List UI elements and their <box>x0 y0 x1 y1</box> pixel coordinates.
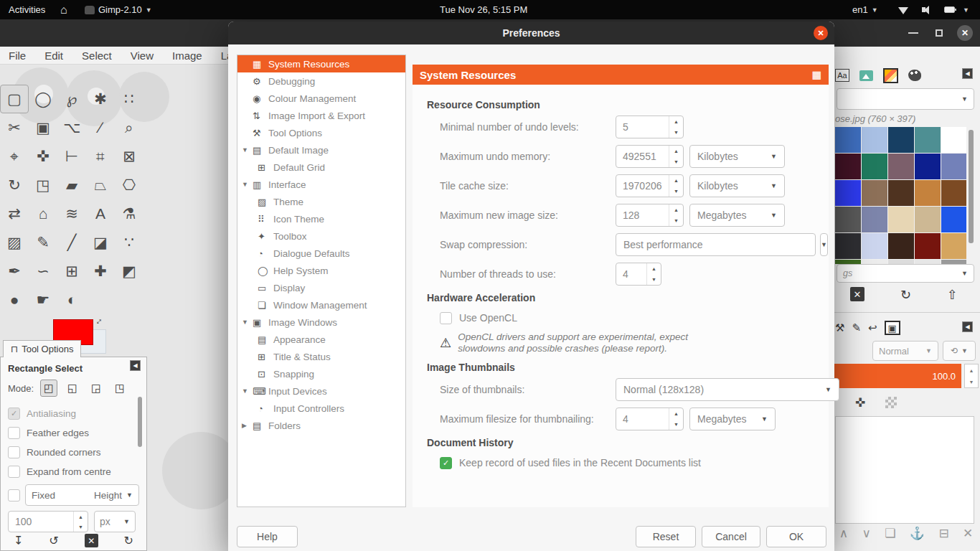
panel-menu-icon[interactable]: ◀ <box>962 68 973 79</box>
merge-layer-icon[interactable]: ⊟ <box>938 526 948 541</box>
tree-item-appearance[interactable]: ▤Appearance <box>237 331 405 348</box>
pattern-swatch[interactable] <box>835 207 861 232</box>
size-unit-dropdown[interactable]: px▼ <box>94 511 136 532</box>
fixed-checkbox[interactable] <box>8 489 20 501</box>
tool-presets-tab-icon[interactable]: ⚒ <box>835 321 844 334</box>
app-menu[interactable]: Gimp-2.10▼ <box>85 0 152 19</box>
tool-airbrush-icon[interactable]: ∵ <box>115 228 143 257</box>
delete-layer-icon[interactable]: ✕ <box>963 526 973 541</box>
layers-list[interactable] <box>835 416 974 524</box>
tree-item-help-system[interactable]: ◯Help System <box>237 262 405 279</box>
spin-down-icon[interactable]: ▼ <box>669 186 683 197</box>
raise-layer-icon[interactable]: ∧ <box>839 526 848 541</box>
tree-item-image-import-export[interactable]: ⇅Image Import & Export <box>237 107 405 124</box>
use-opencl-checkbox[interactable] <box>440 312 452 324</box>
menu-view[interactable]: View <box>131 50 154 62</box>
tool-measure-icon[interactable]: ⌖ <box>0 142 29 171</box>
thumbnail-size-dropdown[interactable]: Normal (128x128)▼ <box>616 378 839 401</box>
spin-down-icon[interactable]: ▼ <box>669 419 683 430</box>
threads-spinner[interactable]: 4 ▲▼ <box>616 263 661 286</box>
buffers-tab-icon[interactable] <box>859 70 873 81</box>
tree-item-title-status[interactable]: ⊞Title & Status <box>237 348 405 365</box>
menu-image[interactable]: Image <box>172 50 202 62</box>
lock-alpha-icon[interactable] <box>885 397 897 408</box>
tool-bucket-fill-icon[interactable]: ⚗ <box>115 199 143 228</box>
tile-cache-unit-dropdown[interactable]: Kilobytes▼ <box>689 174 785 197</box>
expander-icon[interactable]: ▼ <box>242 181 253 188</box>
spin-up-icon[interactable]: ▲ <box>647 263 661 274</box>
layers-tab-icon[interactable]: ▣ <box>885 321 900 335</box>
home-icon[interactable]: ⌂ <box>60 0 67 19</box>
feather-edges-checkbox[interactable] <box>8 427 20 439</box>
tool-rotate-icon[interactable]: ↻ <box>0 171 29 199</box>
fixed-dropdown[interactable]: Fixed Height▼ <box>25 484 139 506</box>
pattern-swatch[interactable] <box>862 154 887 179</box>
tool-select-by-color-icon[interactable]: ∷ <box>115 85 143 113</box>
anchor-layer-icon[interactable]: ⚓ <box>910 526 925 541</box>
pattern-swatch[interactable] <box>941 127 966 153</box>
clock[interactable]: Tue Nov 26, 5:15 PM <box>440 0 527 19</box>
ok-button[interactable]: OK <box>766 526 826 547</box>
duplicate-layer-icon[interactable]: ❏ <box>885 526 895 541</box>
close-icon[interactable]: ✕ <box>814 26 828 40</box>
spin-down-icon[interactable]: ▼ <box>647 274 661 285</box>
tool-mypaint-brush-icon[interactable]: ∽ <box>29 257 57 286</box>
undo-memory-unit-dropdown[interactable]: Kilobytes▼ <box>689 145 785 168</box>
tool-dodge-burn-icon[interactable]: ◐ <box>57 286 86 314</box>
pattern-swatch[interactable] <box>888 233 914 259</box>
tool-pencil-icon[interactable]: ✎ <box>29 228 57 257</box>
tree-item-theme[interactable]: ▨Theme <box>237 193 405 210</box>
fonts-tab-icon[interactable]: Aa <box>835 69 849 82</box>
tool-zoom-icon[interactable]: ⌕ <box>115 113 143 142</box>
expand-from-centre-checkbox[interactable] <box>8 466 20 478</box>
expander-icon[interactable]: ▶ <box>242 422 253 429</box>
maximize-icon[interactable] <box>936 19 943 47</box>
minimize-icon[interactable] <box>908 19 918 47</box>
new-image-size-spinner[interactable]: 128 ▲▼ <box>616 204 684 227</box>
tree-item-interface[interactable]: ▼▥Interface <box>237 176 405 193</box>
tool-crop-icon[interactable]: ⌗ <box>86 142 115 171</box>
pattern-swatch[interactable] <box>835 154 861 179</box>
antialiasing-checkbox[interactable]: ✓ <box>8 408 20 420</box>
rounded-corners-checkbox[interactable] <box>8 446 20 458</box>
tree-item-window-management[interactable]: ❏Window Management <box>237 296 405 314</box>
tool-ellipse-select-icon[interactable]: ◯ <box>29 85 57 113</box>
tool-eraser-icon[interactable]: ◪ <box>86 228 115 257</box>
tool-gradient-icon[interactable]: ▨ <box>0 228 29 257</box>
mode-intersect-button[interactable]: ◳ <box>111 380 128 397</box>
swap-compression-arrow-button[interactable]: ▼ <box>820 233 828 256</box>
tool-rectangle-select-icon[interactable]: ▢ <box>0 85 29 113</box>
pattern-swatch[interactable] <box>888 127 914 153</box>
tree-item-folders[interactable]: ▶▤Folders <box>237 417 405 434</box>
pattern-swatch[interactable] <box>941 207 966 232</box>
tool-smudge-icon[interactable]: ☛ <box>29 286 57 314</box>
tool-ink-icon[interactable]: ✒ <box>0 257 29 286</box>
layer-mode-dropdown[interactable]: Normal▼ <box>872 341 938 361</box>
tool-perspective-icon[interactable]: ⏢ <box>86 171 115 199</box>
tile-cache-spinner[interactable]: 1970206 ▲▼ <box>616 174 684 197</box>
pattern-swatch[interactable] <box>941 233 966 259</box>
spin-up-icon[interactable]: ▲ <box>74 512 88 522</box>
pattern-swatch[interactable] <box>915 180 941 206</box>
opacity-slider[interactable]: 100.0 ▲▼ <box>832 364 980 388</box>
tool-foreground-select-icon[interactable]: ▣ <box>29 113 57 142</box>
tool-color-picker-icon[interactable]: ∕ <box>86 113 115 142</box>
undo-history-tab-icon[interactable]: ↩ <box>868 321 877 334</box>
pattern-swatch[interactable] <box>915 127 941 153</box>
tool-paths-icon[interactable]: ⌥ <box>57 113 86 142</box>
thumbnail-filesize-spinner[interactable]: 4 ▲▼ <box>616 408 684 430</box>
delete-pattern-icon[interactable]: ✕ <box>850 287 864 301</box>
tool-heal-icon[interactable]: ✚ <box>86 257 115 286</box>
keep-record-checkbox[interactable]: ✓ <box>440 457 452 469</box>
pattern-swatch[interactable] <box>915 207 941 232</box>
battery-icon[interactable] <box>944 0 955 19</box>
undo-memory-spinner[interactable]: 492551 ▲▼ <box>616 145 684 168</box>
keyboard-indicator[interactable]: en1▼ <box>852 0 878 19</box>
panel-menu-icon[interactable]: ◀ <box>962 321 973 332</box>
reset-tool-options-icon[interactable]: ↻ <box>124 534 133 547</box>
spin-up-icon[interactable]: ▲ <box>669 408 683 419</box>
pattern-swatch[interactable] <box>888 207 914 232</box>
pattern-swatch[interactable] <box>941 154 966 179</box>
tool-fuzzy-select-icon[interactable]: ✱ <box>86 85 115 113</box>
pattern-swatch[interactable] <box>915 233 941 259</box>
